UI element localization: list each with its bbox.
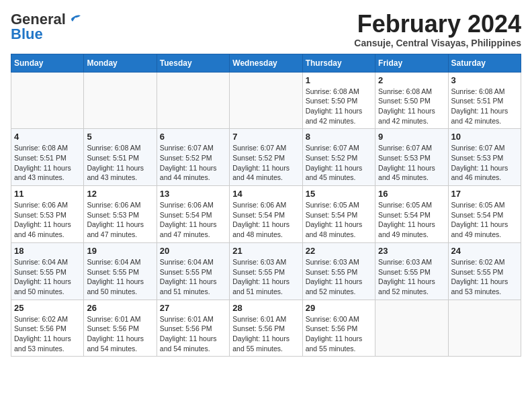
calendar-cell (11, 72, 84, 129)
cell-date-number: 24 (451, 246, 518, 256)
logo-blue: Blue (11, 26, 43, 43)
cell-info: Sunrise: 6:05 AM Sunset: 5:54 PM Dayligh… (451, 200, 518, 240)
calendar-cell: 18Sunrise: 6:04 AM Sunset: 5:55 PM Dayli… (11, 242, 84, 300)
calendar-cell (230, 72, 302, 129)
cell-date-number: 13 (160, 189, 226, 199)
weekday-header-wednesday: Wednesday (230, 54, 302, 72)
cell-date-number: 4 (14, 132, 81, 142)
cell-date-number: 1 (306, 75, 372, 85)
location: Cansuje, Central Visayas, Philippines (354, 38, 521, 48)
logo-bird-icon (67, 13, 82, 26)
calendar-cell: 13Sunrise: 6:06 AM Sunset: 5:54 PM Dayli… (157, 186, 229, 243)
calendar-week-1: 1Sunrise: 6:08 AM Sunset: 5:50 PM Daylig… (11, 72, 521, 129)
cell-date-number: 9 (378, 132, 445, 142)
cell-info: Sunrise: 6:04 AM Sunset: 5:55 PM Dayligh… (160, 257, 226, 297)
calendar-cell: 23Sunrise: 6:03 AM Sunset: 5:55 PM Dayli… (375, 242, 448, 300)
cell-info: Sunrise: 6:07 AM Sunset: 5:52 PM Dayligh… (160, 143, 226, 183)
cell-info: Sunrise: 6:02 AM Sunset: 5:56 PM Dayligh… (14, 314, 81, 354)
cell-info: Sunrise: 6:04 AM Sunset: 5:55 PM Dayligh… (87, 257, 153, 297)
calendar-cell (448, 300, 521, 357)
logo: General Blue (11, 11, 82, 43)
calendar-cell: 24Sunrise: 6:02 AM Sunset: 5:55 PM Dayli… (448, 242, 521, 300)
cell-info: Sunrise: 6:05 AM Sunset: 5:54 PM Dayligh… (378, 200, 445, 240)
calendar-cell: 12Sunrise: 6:06 AM Sunset: 5:53 PM Dayli… (84, 186, 157, 243)
cell-info: Sunrise: 6:01 AM Sunset: 5:56 PM Dayligh… (232, 314, 299, 354)
calendar-cell: 15Sunrise: 6:05 AM Sunset: 5:54 PM Dayli… (302, 186, 375, 243)
calendar-cell: 20Sunrise: 6:04 AM Sunset: 5:55 PM Dayli… (157, 242, 229, 300)
calendar-week-3: 11Sunrise: 6:06 AM Sunset: 5:53 PM Dayli… (11, 186, 521, 243)
cell-info: Sunrise: 6:08 AM Sunset: 5:50 PM Dayligh… (306, 87, 372, 126)
calendar-week-2: 4Sunrise: 6:08 AM Sunset: 5:51 PM Daylig… (11, 129, 521, 186)
cell-date-number: 6 (160, 132, 226, 142)
calendar-week-5: 25Sunrise: 6:02 AM Sunset: 5:56 PM Dayli… (11, 300, 521, 357)
calendar-cell (84, 72, 157, 129)
cell-info: Sunrise: 6:04 AM Sunset: 5:55 PM Dayligh… (14, 257, 81, 297)
cell-date-number: 25 (14, 303, 81, 313)
calendar-cell: 14Sunrise: 6:06 AM Sunset: 5:54 PM Dayli… (230, 186, 302, 243)
cell-info: Sunrise: 6:03 AM Sunset: 5:55 PM Dayligh… (232, 257, 299, 297)
cell-info: Sunrise: 6:06 AM Sunset: 5:54 PM Dayligh… (160, 200, 226, 240)
cell-info: Sunrise: 6:01 AM Sunset: 5:56 PM Dayligh… (160, 314, 226, 354)
cell-date-number: 20 (160, 246, 226, 256)
weekday-header-tuesday: Tuesday (157, 54, 229, 72)
cell-info: Sunrise: 6:01 AM Sunset: 5:56 PM Dayligh… (87, 314, 153, 354)
weekday-header-monday: Monday (84, 54, 157, 72)
calendar-cell: 29Sunrise: 6:00 AM Sunset: 5:56 PM Dayli… (302, 300, 375, 357)
cell-info: Sunrise: 6:08 AM Sunset: 5:51 PM Dayligh… (14, 143, 81, 183)
calendar-week-4: 18Sunrise: 6:04 AM Sunset: 5:55 PM Dayli… (11, 242, 521, 300)
cell-date-number: 16 (378, 189, 445, 199)
cell-date-number: 28 (232, 303, 299, 313)
cell-date-number: 29 (306, 303, 372, 313)
cell-date-number: 19 (87, 246, 153, 256)
cell-info: Sunrise: 6:06 AM Sunset: 5:53 PM Dayligh… (14, 200, 81, 240)
cell-info: Sunrise: 6:00 AM Sunset: 5:56 PM Dayligh… (306, 314, 372, 354)
title-area: February 2024 Cansuje, Central Visayas, … (354, 11, 521, 48)
calendar-cell: 1Sunrise: 6:08 AM Sunset: 5:50 PM Daylig… (302, 72, 375, 129)
calendar-cell: 5Sunrise: 6:08 AM Sunset: 5:51 PM Daylig… (84, 129, 157, 186)
cell-info: Sunrise: 6:07 AM Sunset: 5:53 PM Dayligh… (378, 143, 445, 183)
cell-date-number: 17 (451, 189, 518, 199)
calendar-header-row: SundayMondayTuesdayWednesdayThursdayFrid… (11, 54, 521, 72)
cell-info: Sunrise: 6:07 AM Sunset: 5:53 PM Dayligh… (451, 143, 518, 183)
cell-date-number: 10 (451, 132, 518, 142)
cell-info: Sunrise: 6:06 AM Sunset: 5:54 PM Dayligh… (232, 200, 299, 240)
calendar-cell: 9Sunrise: 6:07 AM Sunset: 5:53 PM Daylig… (375, 129, 448, 186)
cell-date-number: 7 (232, 132, 299, 142)
cell-date-number: 14 (232, 189, 299, 199)
cell-info: Sunrise: 6:08 AM Sunset: 5:51 PM Dayligh… (451, 87, 518, 126)
calendar-table: SundayMondayTuesdayWednesdayThursdayFrid… (11, 54, 521, 357)
calendar-body: 1Sunrise: 6:08 AM Sunset: 5:50 PM Daylig… (11, 72, 521, 357)
calendar-cell: 16Sunrise: 6:05 AM Sunset: 5:54 PM Dayli… (375, 186, 448, 243)
calendar-cell: 21Sunrise: 6:03 AM Sunset: 5:55 PM Dayli… (230, 242, 302, 300)
calendar-cell: 8Sunrise: 6:07 AM Sunset: 5:52 PM Daylig… (302, 129, 375, 186)
calendar-cell: 22Sunrise: 6:03 AM Sunset: 5:55 PM Dayli… (302, 242, 375, 300)
cell-date-number: 2 (378, 75, 445, 85)
weekday-header-sunday: Sunday (11, 54, 84, 72)
cell-date-number: 26 (87, 303, 153, 313)
calendar-cell: 28Sunrise: 6:01 AM Sunset: 5:56 PM Dayli… (230, 300, 302, 357)
cell-info: Sunrise: 6:06 AM Sunset: 5:53 PM Dayligh… (87, 200, 153, 240)
cell-date-number: 12 (87, 189, 153, 199)
cell-info: Sunrise: 6:03 AM Sunset: 5:55 PM Dayligh… (378, 257, 445, 297)
cell-date-number: 22 (306, 246, 372, 256)
weekday-header-friday: Friday (375, 54, 448, 72)
calendar-cell: 25Sunrise: 6:02 AM Sunset: 5:56 PM Dayli… (11, 300, 84, 357)
cell-info: Sunrise: 6:05 AM Sunset: 5:54 PM Dayligh… (306, 200, 372, 240)
cell-info: Sunrise: 6:08 AM Sunset: 5:50 PM Dayligh… (378, 87, 445, 126)
page-header: General Blue February 2024 Cansuje, Cent… (11, 11, 521, 48)
cell-date-number: 5 (87, 132, 153, 142)
month-title: February 2024 (354, 11, 521, 38)
calendar-cell: 19Sunrise: 6:04 AM Sunset: 5:55 PM Dayli… (84, 242, 157, 300)
cell-date-number: 3 (451, 75, 518, 85)
cell-date-number: 27 (160, 303, 226, 313)
calendar-cell (375, 300, 448, 357)
calendar-cell: 27Sunrise: 6:01 AM Sunset: 5:56 PM Dayli… (157, 300, 229, 357)
cell-date-number: 23 (378, 246, 445, 256)
weekday-header-saturday: Saturday (448, 54, 521, 72)
calendar-cell: 10Sunrise: 6:07 AM Sunset: 5:53 PM Dayli… (448, 129, 521, 186)
calendar-cell (157, 72, 229, 129)
cell-date-number: 8 (306, 132, 372, 142)
calendar-cell: 17Sunrise: 6:05 AM Sunset: 5:54 PM Dayli… (448, 186, 521, 243)
cell-date-number: 18 (14, 246, 81, 256)
calendar-cell: 7Sunrise: 6:07 AM Sunset: 5:52 PM Daylig… (230, 129, 302, 186)
